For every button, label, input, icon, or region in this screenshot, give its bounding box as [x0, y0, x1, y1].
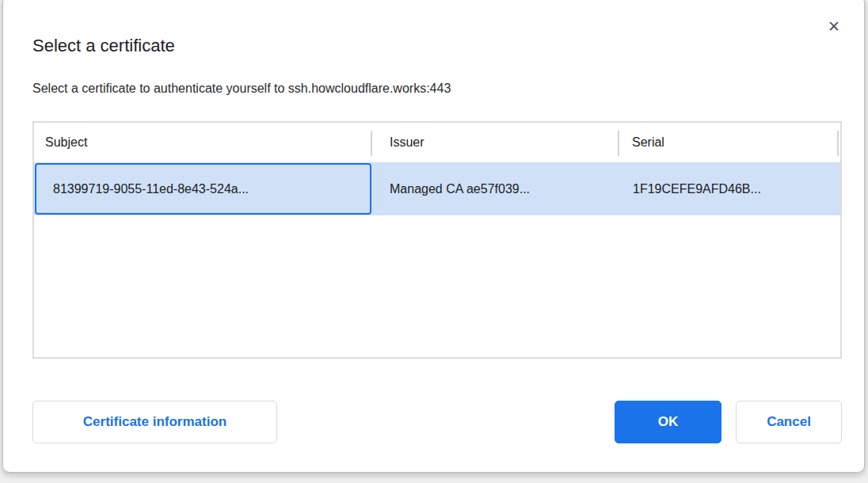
table-header: Subject Issuer Serial: [34, 123, 840, 162]
certificate-serial-cell[interactable]: 1F19CEFE9AFD46B...: [618, 162, 840, 215]
certificate-subject-cell[interactable]: 81399719-9055-11ed-8e43-524a...: [35, 163, 371, 215]
certificate-picker-dialog: ✕ Select a certificate Select a certific…: [2, 0, 865, 473]
column-header-subject[interactable]: Subject: [34, 123, 371, 162]
dialog-title: Select a certificate: [32, 36, 175, 56]
certificate-information-button[interactable]: Certificate information: [32, 401, 277, 443]
column-divider: [371, 131, 372, 156]
close-icon[interactable]: ✕: [824, 17, 843, 36]
certificate-issuer-cell[interactable]: Managed CA ae57f039...: [372, 162, 618, 215]
certificate-row[interactable]: 81399719-9055-11ed-8e43-524a... Managed …: [34, 162, 840, 215]
dialog-subtitle: Select a certificate to authenticate you…: [32, 82, 451, 96]
cancel-button[interactable]: Cancel: [736, 401, 842, 443]
ok-button[interactable]: OK: [615, 401, 721, 443]
column-divider: [837, 131, 839, 156]
column-header-serial[interactable]: Serial: [618, 123, 840, 162]
certificate-table: Subject Issuer Serial 81399719-9055-11ed…: [32, 121, 842, 359]
column-divider: [618, 131, 619, 156]
page-background: ✕ Select a certificate Select a certific…: [0, 0, 868, 483]
column-header-issuer[interactable]: Issuer: [371, 123, 618, 162]
